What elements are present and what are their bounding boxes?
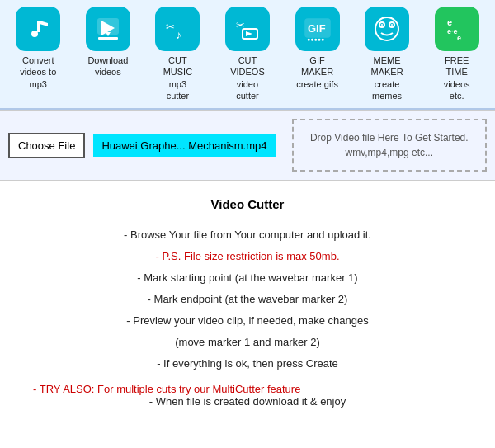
- free-icon: e e·e e: [435, 7, 479, 51]
- svg-text:e: e: [457, 34, 461, 42]
- mp3-label: Convertvideos tomp3: [20, 54, 56, 90]
- nav-item-meme[interactable]: MEMEMAKERcreatememes: [355, 7, 419, 101]
- instruction-3: - Mark starting point (at the wavebar ma…: [33, 267, 462, 289]
- svg-point-19: [391, 24, 393, 26]
- cut-video-label: CUTVIDEOSvideocutter: [230, 54, 265, 101]
- instruction-2-red: - P.S. File size restriction is max 50mb…: [33, 246, 462, 267]
- nav-item-download[interactable]: Download videos: [76, 7, 140, 78]
- file-name-display: Huawei Graphe... Mechanism.mp4: [93, 134, 275, 157]
- svg-text:●●●●●: ●●●●●: [307, 36, 324, 42]
- svg-text:GIF: GIF: [308, 22, 326, 35]
- nav-item-cut-music[interactable]: ✂ ♪ CUTMUSICmp3cutter: [145, 7, 210, 101]
- nav-item-gif[interactable]: GIF ●●●●● GIFMAKERcreate gifs: [285, 7, 350, 90]
- main-content: Video Cutter - Browse Your file from You…: [0, 181, 495, 424]
- free-label: FREETIMEvideosetc.: [444, 54, 470, 101]
- meme-icon: [365, 7, 409, 51]
- svg-text:✂: ✂: [166, 21, 175, 33]
- svg-rect-1: [37, 21, 40, 32]
- top-nav: Convertvideos tomp3 Download videos ✂ ♪ …: [0, 0, 495, 110]
- drop-zone[interactable]: Drop Video file Here To Get Started.wmv,…: [292, 119, 487, 172]
- svg-marker-2: [40, 21, 48, 26]
- instruction-1: - Browse Your file from Your computer an…: [33, 224, 462, 246]
- instruction-5: - Preview your video clip, if needed, ma…: [33, 310, 462, 332]
- meme-label: MEMEMAKERcreatememes: [371, 54, 403, 101]
- cut-video-icon: ✂: [225, 7, 270, 51]
- nav-item-cut-video[interactable]: ✂ CUTVIDEOSvideocutter: [215, 7, 280, 101]
- cut-music-icon: ✂ ♪: [155, 7, 200, 51]
- last-instruction: - When file is created download it & enj…: [33, 395, 462, 408]
- choose-file-button[interactable]: Choose File: [8, 133, 85, 158]
- instruction-list: - Browse Your file from Your computer an…: [33, 224, 462, 375]
- content-title: Video Cutter: [33, 197, 462, 211]
- nav-item-free[interactable]: e e·e e FREETIMEvideosetc.: [425, 7, 489, 101]
- download-icon: [86, 7, 130, 51]
- file-area: Choose File Huawei Graphe... Mechanism.m…: [0, 110, 495, 181]
- download-label: Download videos: [76, 54, 140, 78]
- nav-item-mp3[interactable]: Convertvideos tomp3: [6, 7, 70, 90]
- mp3-icon: [16, 7, 60, 51]
- instruction-7: - If everything is ok, then press Create: [33, 353, 462, 375]
- gif-label: GIFMAKERcreate gifs: [296, 54, 338, 90]
- drop-zone-text: Drop Video file Here To Get Started.wmv,…: [310, 132, 469, 158]
- svg-text:e: e: [447, 17, 452, 27]
- cut-music-label: CUTMUSICmp3cutter: [163, 54, 192, 101]
- instruction-6: (move marker 1 and marker 2): [33, 332, 462, 353]
- instruction-4: - Mark endpoint (at the wavebar marker 2…: [33, 289, 462, 310]
- try-also-text: - TRY ALSO: For multiple cuts try our Mu…: [33, 383, 462, 395]
- svg-marker-11: [246, 31, 252, 36]
- svg-point-18: [381, 24, 383, 26]
- svg-text:♪: ♪: [176, 28, 182, 41]
- svg-point-15: [375, 17, 398, 40]
- svg-point-0: [31, 31, 38, 37]
- svg-text:e·e: e·e: [447, 27, 458, 35]
- gif-icon: GIF ●●●●●: [295, 7, 340, 51]
- svg-rect-5: [98, 37, 118, 40]
